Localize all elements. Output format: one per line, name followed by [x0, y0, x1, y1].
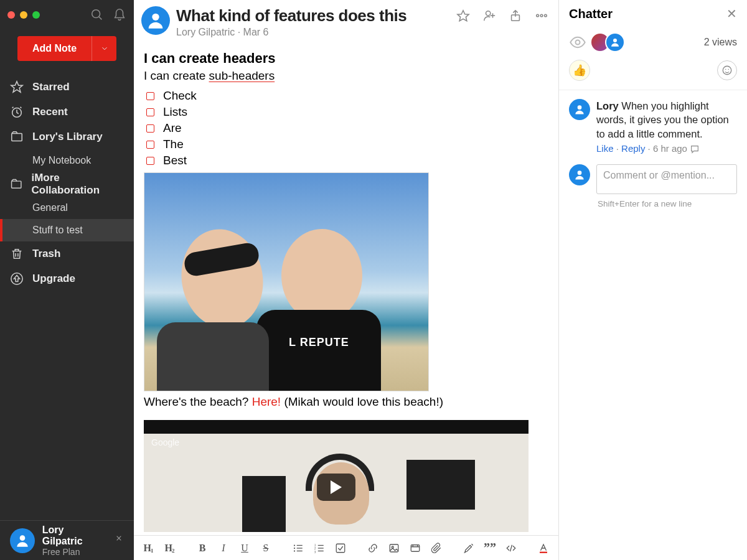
checklist-item[interactable]: Are: [144, 120, 548, 136]
author-avatar: [141, 6, 170, 35]
chatter-title: Chatter: [569, 7, 613, 21]
comment-actions: Like · Reply · 6 hr ago: [596, 143, 737, 154]
viewer-avatars[interactable]: [590, 32, 625, 52]
strikethrough-button[interactable]: S: [257, 539, 275, 557]
beach-photo[interactable]: L REPUTE: [144, 172, 429, 391]
sub-headers-link[interactable]: sub-headers: [209, 69, 275, 82]
h2-button[interactable]: H2: [161, 539, 179, 557]
expand-user-menu-icon[interactable]: [114, 534, 124, 547]
bell-icon[interactable]: [113, 8, 126, 22]
svg-point-14: [537, 14, 539, 17]
user-name: Lory Gilpatric: [42, 525, 106, 547]
svg-point-41: [578, 170, 582, 175]
close-window-button[interactable]: [7, 11, 15, 19]
image-button[interactable]: [385, 539, 403, 557]
sidebar-item-general[interactable]: General: [0, 197, 134, 219]
sidebar-item-my-notebook[interactable]: My Notebook: [0, 149, 134, 172]
svg-point-37: [723, 66, 731, 75]
comment-avatar: [569, 99, 590, 120]
sidebar-item-upgrade[interactable]: Upgrade: [0, 266, 134, 291]
svg-point-18: [294, 547, 295, 548]
checklist-item[interactable]: Lists: [144, 104, 548, 120]
svg-point-35: [576, 40, 580, 45]
checklist-button[interactable]: [332, 539, 349, 557]
add-person-icon[interactable]: [482, 9, 496, 22]
highlight-button[interactable]: [460, 539, 477, 557]
sidebar: Add Note Starred Recent Lory's Library M…: [0, 0, 134, 560]
embedded-video[interactable]: Google: [144, 420, 529, 532]
reply-link[interactable]: Reply: [621, 143, 645, 154]
play-icon[interactable]: [317, 474, 355, 501]
user-avatar: [10, 528, 35, 553]
svg-point-0: [92, 10, 100, 18]
svg-point-10: [486, 11, 491, 16]
link-button[interactable]: [364, 539, 382, 557]
sidebar-label: Recent: [32, 106, 68, 118]
my-avatar: [569, 164, 590, 185]
add-note-button[interactable]: Add Note: [17, 36, 92, 61]
checklist-item[interactable]: Check: [144, 88, 548, 104]
svg-marker-9: [458, 11, 469, 21]
svg-point-7: [20, 535, 26, 541]
sidebar-item-collaboration[interactable]: iMore Collaboration: [0, 172, 134, 197]
sidebar-label: Lory's Library: [32, 131, 103, 143]
comment: Lory When you highlight words, it gives …: [559, 90, 747, 154]
search-icon[interactable]: [90, 8, 104, 22]
comment-time: 6 hr ago: [653, 143, 687, 154]
sidebar-item-starred[interactable]: Starred: [0, 75, 134, 100]
svg-point-40: [578, 105, 582, 110]
text-color-button[interactable]: [535, 539, 552, 557]
svg-point-39: [728, 69, 730, 70]
here-link[interactable]: Here!: [252, 395, 281, 408]
checklist-item[interactable]: The: [144, 136, 548, 152]
comment-input[interactable]: [596, 164, 737, 194]
fullscreen-window-button[interactable]: [32, 11, 40, 19]
heading: I can create headers: [144, 50, 548, 67]
italic-button[interactable]: I: [215, 539, 232, 557]
view-count: 2 views: [704, 37, 737, 48]
sidebar-label: Upgrade: [32, 273, 75, 285]
note-meta: Lory Gilpatric · Mar 6: [176, 27, 406, 38]
like-link[interactable]: Like: [596, 143, 614, 154]
compose-hint: Shift+Enter for a new line: [559, 199, 747, 208]
video-button[interactable]: [406, 539, 424, 557]
svg-rect-29: [336, 544, 345, 553]
share-icon[interactable]: [509, 9, 522, 22]
attachment-button[interactable]: [428, 539, 445, 557]
sidebar-footer[interactable]: Lory Gilpatric Free Plan: [0, 520, 134, 560]
close-icon[interactable]: ✕: [726, 6, 737, 21]
checkbox-icon[interactable]: [146, 157, 154, 165]
bullet-list-button[interactable]: [289, 539, 307, 557]
note-title[interactable]: What kind of features does this: [176, 6, 406, 26]
more-icon[interactable]: [535, 9, 548, 22]
code-button[interactable]: [502, 539, 520, 557]
svg-rect-5: [12, 181, 21, 188]
sidebar-item-trash[interactable]: Trash: [0, 241, 134, 266]
checkbox-icon[interactable]: [146, 92, 154, 100]
sidebar-item-library[interactable]: Lory's Library: [0, 124, 134, 149]
quote-button[interactable]: ””: [481, 539, 499, 557]
svg-point-16: [545, 14, 547, 17]
numbered-list-button[interactable]: 123: [311, 539, 328, 557]
svg-point-8: [152, 14, 159, 21]
bold-button[interactable]: B: [194, 539, 211, 557]
checkbox-icon[interactable]: [146, 108, 154, 116]
sidebar-item-stuff-to-test[interactable]: Stuff to test: [0, 219, 134, 241]
star-icon[interactable]: [456, 9, 470, 22]
svg-point-19: [294, 550, 295, 551]
minimize-window-button[interactable]: [20, 11, 27, 19]
sidebar-label: iMore Collaboration: [31, 172, 124, 197]
note-body[interactable]: I can create headers I can create sub-he…: [134, 43, 558, 535]
sidebar-item-recent[interactable]: Recent: [0, 100, 134, 124]
add-reaction-button[interactable]: [717, 60, 737, 80]
eye-icon: [569, 34, 586, 51]
h1-button[interactable]: H1: [140, 539, 157, 557]
add-note-dropdown[interactable]: [92, 36, 116, 61]
video-watermark: Google: [151, 437, 179, 447]
svg-line-33: [510, 544, 512, 551]
underline-button[interactable]: U: [236, 539, 253, 557]
checkbox-icon[interactable]: [146, 141, 154, 149]
checkbox-icon[interactable]: [146, 124, 154, 133]
reaction-thumbs-up[interactable]: 👍: [569, 60, 590, 81]
checklist-item[interactable]: Best: [144, 152, 548, 169]
